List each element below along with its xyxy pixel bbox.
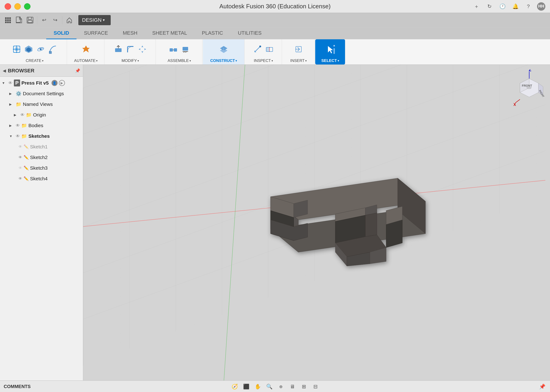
close-button[interactable] <box>5 3 11 10</box>
tree-item-sketch2[interactable]: 👁 ✏️ Sketch2 <box>0 152 83 163</box>
tab-surface[interactable]: SURFACE <box>77 27 115 39</box>
sketch4-marker-icon: ✏️ <box>24 176 29 181</box>
design-label: DESIGN <box>82 17 101 23</box>
minimize-button[interactable] <box>14 3 21 10</box>
display-settings-icon[interactable]: ⊟ <box>311 383 320 391</box>
design-button[interactable]: DESIGN ▾ <box>78 15 111 25</box>
nav-cube[interactable]: Z X FRONT RIGHT TOP <box>513 69 545 102</box>
zoom-fit-icon[interactable]: ⊕ <box>277 383 285 391</box>
tree-item-named-views[interactable]: ▶ 📁 Named Views <box>0 99 83 110</box>
assemble-label: ASSEMBLE ▾ <box>167 58 191 63</box>
main-area: ◀ BROWSER 📌 ▼ 👁 P Press Fit v5 👤 ▶ ▶ ⚙️ … <box>0 65 550 380</box>
tree-item-doc-settings[interactable]: ▶ ⚙️ Document Settings <box>0 88 83 99</box>
fillet-icon <box>125 44 136 55</box>
tab-mesh[interactable]: MESH <box>115 27 145 39</box>
root-badge-play: ▶ <box>59 80 65 86</box>
sketch3-marker-icon: ✏️ <box>24 166 29 171</box>
modify-group[interactable]: MODIFY ▾ <box>105 39 156 64</box>
sketches-label: Sketches <box>28 133 50 139</box>
insert-group[interactable]: INSERT ▾ <box>282 39 315 64</box>
maximize-button[interactable] <box>24 3 30 10</box>
svg-rect-12 <box>28 20 32 23</box>
sketch2-marker-icon: ✏️ <box>24 155 29 160</box>
clock-icon[interactable]: 🕐 <box>498 2 507 11</box>
svg-rect-40 <box>334 45 335 46</box>
construct-icons <box>218 41 229 57</box>
viewport[interactable]: Z X FRONT RIGHT TOP <box>83 65 550 380</box>
sweep-icon <box>47 44 58 55</box>
tree-item-sketches[interactable]: ▼ 👁 📁 Sketches <box>0 131 83 141</box>
select-label: SELECT ▾ <box>321 58 339 63</box>
root-label: Press Fit v5 <box>21 80 49 86</box>
extrude-icon <box>23 44 34 55</box>
refresh-icon[interactable]: ↻ <box>485 2 494 11</box>
tree-item-bodies[interactable]: ▶ 👁 📁 Bodies <box>0 120 83 131</box>
automate-label: AUTOMATE ▾ <box>74 58 98 63</box>
window-controls <box>5 3 30 10</box>
select-group[interactable]: SELECT ▾ <box>315 39 345 64</box>
undo-icon[interactable]: ↩ <box>39 15 49 25</box>
svg-rect-41 <box>334 48 335 54</box>
tab-utilities[interactable]: UTILITIES <box>230 27 269 39</box>
tree-item-sketch4[interactable]: 👁 ✏️ Sketch4 <box>0 173 83 184</box>
eye-icon3: 👁 <box>16 134 20 139</box>
create-icons <box>11 41 58 57</box>
save-icon[interactable] <box>25 15 35 25</box>
tree-item-sketch3[interactable]: 👁 ✏️ Sketch3 <box>0 163 83 173</box>
svg-rect-26 <box>182 47 188 51</box>
svg-text:X: X <box>514 103 516 106</box>
hand-icon[interactable]: ✋ <box>253 383 262 391</box>
tab-solid[interactable]: SOLID <box>46 27 77 39</box>
settings-icon: ⚙️ <box>16 91 21 96</box>
svg-text:Z: Z <box>529 69 531 72</box>
new-component-icon <box>11 44 22 55</box>
svg-rect-11 <box>28 17 31 19</box>
comments-label: COMMENTS <box>4 384 31 389</box>
automate-icon <box>80 44 91 55</box>
compass-icon[interactable]: 🧭 <box>230 383 239 391</box>
zoom-icon[interactable]: 🔍 <box>265 383 273 391</box>
sketch4-label: Sketch4 <box>30 176 48 182</box>
svg-rect-7 <box>7 21 9 23</box>
tree-item-root[interactable]: ▼ 👁 P Press Fit v5 👤 ▶ <box>0 78 83 88</box>
pin-icon[interactable]: 📌 <box>538 383 546 391</box>
bell-icon[interactable]: 🔔 <box>511 2 520 11</box>
bottombar: COMMENTS 📌 🧭 ⬛ ✋ 🔍 ⊕ 🖥 ⊞ ⊟ <box>0 380 550 392</box>
svg-rect-4 <box>7 19 9 21</box>
svg-rect-5 <box>9 19 11 21</box>
grid-icon[interactable]: ⊞ <box>300 383 308 391</box>
automate-icons <box>80 41 91 57</box>
svg-line-67 <box>515 99 520 103</box>
insert-icons <box>293 41 304 57</box>
question-icon[interactable]: ? <box>524 2 532 11</box>
svg-rect-8 <box>9 21 11 23</box>
home-icon[interactable] <box>64 15 74 25</box>
add-tab-icon[interactable]: ＋ <box>472 2 481 11</box>
construct-group[interactable]: CONSTRUCT ▾ <box>203 39 244 64</box>
user-icon[interactable]: HH <box>537 2 545 11</box>
svg-rect-23 <box>170 48 173 52</box>
titlebar: Autodesk Fusion 360 (Education License) … <box>0 0 550 13</box>
assemble-group[interactable]: ASSEMBLE ▾ <box>156 39 202 64</box>
insert-label: INSERT ▾ <box>290 58 307 63</box>
eye-icon2: 👁 <box>16 123 20 128</box>
browser-pin-icon[interactable]: 📌 <box>75 68 80 73</box>
inspect-group[interactable]: INSPECT ▾ <box>245 39 282 64</box>
tree-item-sketch1[interactable]: 👁 ✏️ Sketch1 <box>0 141 83 152</box>
bottombar-center-icons: 🧭 ⬛ ✋ 🔍 ⊕ 🖥 ⊞ ⊟ <box>138 383 412 391</box>
file-icon[interactable] <box>14 15 24 25</box>
tab-plastic[interactable]: PLASTIC <box>195 27 231 39</box>
display-mode-icon[interactable]: 🖥 <box>288 383 297 391</box>
create-label: CREATE ▾ <box>26 58 43 63</box>
waffle-icon[interactable] <box>3 15 13 25</box>
tree-item-origin[interactable]: ▶ 👁 📁 Origin <box>0 110 83 120</box>
cube-icon[interactable]: ⬛ <box>242 383 250 391</box>
browser-collapse-icon[interactable]: ◀ <box>3 68 6 73</box>
automate-group[interactable]: AUTOMATE ▾ <box>68 39 104 64</box>
root-badge-person: 👤 <box>52 80 57 86</box>
create-group[interactable]: CREATE ▾ <box>2 39 67 64</box>
tab-sheet-metal[interactable]: SHEET METAL <box>145 27 195 39</box>
redo-icon[interactable]: ↪ <box>50 15 60 25</box>
sketch3-label: Sketch3 <box>30 165 48 171</box>
bodies-arrow: ▶ <box>9 124 14 127</box>
